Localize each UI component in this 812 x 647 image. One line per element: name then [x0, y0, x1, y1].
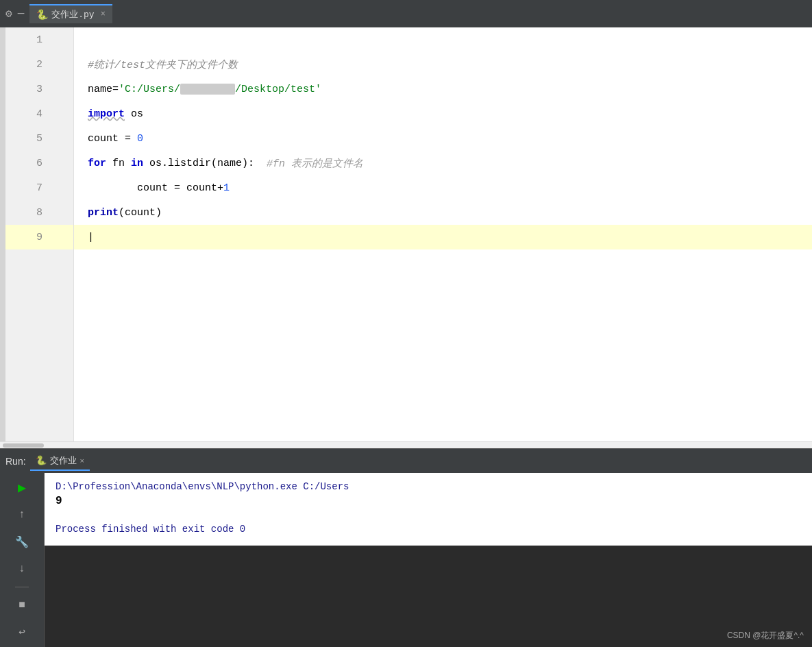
python-file-icon: 🐍 [36, 9, 48, 21]
output-line-2: 9 [56, 495, 801, 507]
run-tab-icon: 🐍 [36, 455, 47, 465]
gear-icon[interactable]: ⚙ [5, 7, 12, 21]
top-bar: ⚙ — 🐍 交作业.py × [0, 0, 812, 27]
h-scroll-thumb[interactable] [3, 443, 44, 448]
comment-6: #fn 表示的是文件名 [267, 157, 363, 170]
output-line-3 [56, 510, 801, 521]
run-label: Run: [5, 456, 26, 467]
horizontal-scrollbar[interactable] [0, 441, 812, 448]
line-num-9: 9 [5, 225, 73, 249]
code-str-prefix: 'C:/Users/ [119, 84, 180, 95]
line-num-1: 1 [5, 27, 73, 52]
code-one: 1 [223, 182, 230, 194]
stop-button[interactable]: ■ [12, 596, 32, 615]
run-tab-label: 交作业 [50, 454, 77, 467]
output-line-4: Process finished with exit code 0 [56, 524, 801, 535]
tab-close-icon[interactable]: × [101, 10, 106, 19]
minimize-icon[interactable]: — [18, 8, 25, 20]
code-name-assign: name= [88, 84, 119, 95]
line-num-8: 8 [5, 200, 73, 225]
code-line-5: count = 0 [74, 126, 812, 151]
settings-button[interactable]: 🔧 [12, 533, 32, 552]
rerun-button[interactable]: ↩ [12, 622, 32, 642]
code-line-1 [74, 27, 812, 52]
output-area: D:\Profession\Anaconda\envs\NLP\python.e… [45, 473, 812, 546]
kw-import: import [88, 108, 125, 120]
line-num-5: 5 [5, 126, 73, 151]
kw-for: for [88, 158, 106, 169]
scroll-up-button[interactable]: ↑ [12, 506, 32, 525]
editor-tab[interactable]: 🐍 交作业.py × [29, 4, 112, 23]
code-line-2: #统计/test文件夹下的文件个数 [74, 52, 812, 77]
code-content[interactable]: #统计/test文件夹下的文件个数 name='C:/Users//Deskto… [74, 27, 812, 441]
line-num-4: 4 [5, 101, 73, 126]
run-toolbar: ▶ ↑ 🔧 ↓ ■ ↩ [0, 473, 45, 647]
editor-area: 1 2 3 4 5 6 7 8 9 #统计/test文件夹下的文件个数 name… [0, 27, 812, 441]
tab-label: 交作业.py [51, 8, 94, 21]
code-line-8: print(count) [74, 200, 812, 225]
line-numbers: 1 2 3 4 5 6 7 8 9 [5, 27, 74, 441]
run-tab[interactable]: 🐍 交作业 × [30, 452, 90, 471]
cursor-blink: | [88, 232, 94, 243]
bottom-panel: Run: 🐍 交作业 × ▶ ↑ 🔧 ↓ ■ ↩ D:\Profession\A… [0, 448, 812, 647]
code-indent-count: count = count+ [88, 182, 223, 194]
code-line-6: for fn in os.listdir(name): #fn 表示的是文件名 [74, 151, 812, 175]
run-content: ▶ ↑ 🔧 ↓ ■ ↩ D:\Profession\Anaconda\envs\… [0, 473, 812, 647]
blurred-username [180, 84, 235, 95]
code-str-suffix: /Desktop/test' [235, 84, 321, 95]
output-line-1: D:\Profession\Anaconda\envs\NLP\python.e… [56, 481, 801, 492]
kw-in: in [131, 158, 143, 169]
run-tab-bar: Run: 🐍 交作业 × [0, 448, 812, 473]
code-print-args: (count) [119, 207, 162, 219]
activity-bar [0, 27, 5, 441]
code-count-assign: count = [88, 133, 137, 145]
line-num-2: 2 [5, 52, 73, 77]
comment-2: #统计/test文件夹下的文件个数 [88, 58, 238, 71]
line-num-3: 3 [5, 77, 73, 101]
output-wrapper: D:\Profession\Anaconda\envs\NLP\python.e… [45, 473, 812, 647]
code-zero: 0 [137, 133, 143, 145]
scroll-down-button[interactable]: ↓ [12, 560, 32, 579]
run-tab-close-icon[interactable]: × [80, 456, 84, 465]
branding-label: CSDN @花开盛夏^.^ [727, 630, 804, 642]
code-fn-in: fn [106, 158, 131, 169]
code-listdir: os.listdir(name): [143, 158, 267, 169]
line-num-6: 6 [5, 151, 73, 175]
code-line-3: name='C:/Users//Desktop/test' [74, 77, 812, 101]
code-print: print [88, 207, 119, 219]
play-button[interactable]: ▶ [12, 478, 32, 498]
toolbar-divider [15, 587, 29, 587]
line-num-7: 7 [5, 175, 73, 200]
code-line-9[interactable]: | [74, 225, 812, 249]
code-line-7: count = count+1 [74, 175, 812, 200]
code-line-4: import os [74, 101, 812, 126]
code-os: os [125, 108, 143, 120]
